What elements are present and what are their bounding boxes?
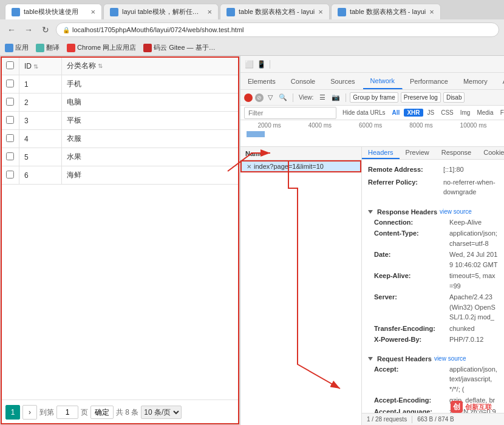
tab-console[interactable]: Console: [284, 73, 323, 89]
tab-elements[interactable]: Elements: [240, 73, 284, 89]
tab-memory[interactable]: Memory: [456, 73, 495, 89]
preserve-log-button[interactable]: Preserve log: [401, 92, 441, 103]
group-by-frame-button[interactable]: Group by frame: [350, 92, 398, 103]
data-table: ID ⇅ 分类名称 ⇅ 1 手机 2 电脑: [1, 56, 239, 185]
record-button[interactable]: [244, 93, 253, 102]
response-header-row: Transfer-Encoding:chunked: [368, 323, 498, 335]
filter-js-button[interactable]: JS: [425, 108, 437, 117]
back-button[interactable]: ←: [5, 23, 18, 36]
row-checkbox-cell[interactable]: [1, 75, 19, 93]
tab-close-3[interactable]: ×: [318, 7, 323, 16]
row-checkbox-cell[interactable]: [1, 112, 19, 130]
row-checkbox[interactable]: [6, 80, 14, 87]
goto-page-input[interactable]: [56, 406, 78, 419]
bookmark-chrome-store[interactable]: Chrome 网上应用店: [67, 43, 136, 52]
tab-close-4[interactable]: ×: [429, 7, 434, 16]
toolbar-sep2: [293, 93, 293, 102]
network-split: Name ✕ index?page=1&limit=10 Headers Pre…: [240, 147, 504, 425]
table-row: 6 海鲜: [1, 166, 239, 185]
forward-button[interactable]: →: [22, 23, 35, 36]
filter-icon[interactable]: ▽: [266, 93, 274, 101]
filter-img-button[interactable]: Img: [458, 108, 473, 117]
timeline-bar-area: [240, 129, 504, 143]
bookmark-translate-label: 翻译: [46, 43, 60, 52]
search-icon[interactable]: 🔍: [277, 93, 289, 101]
tab-application[interactable]: Ap: [495, 73, 504, 89]
row-name-cell: 平板: [62, 112, 239, 130]
network-item-name: index?page=1&limit=10: [254, 163, 324, 170]
tab-2[interactable]: layui table模块，解析任意数据… ×: [103, 4, 219, 19]
tab-network[interactable]: Network: [363, 73, 403, 89]
referrer-policy-val: no-referrer-when-downgrade: [443, 177, 498, 197]
tab-close-1[interactable]: ×: [90, 7, 95, 16]
tab-label-1: table模块快速使用: [24, 7, 87, 16]
filter-xhr-button[interactable]: XHR: [404, 109, 423, 117]
network-item-selected[interactable]: ✕ index?page=1&limit=10: [240, 160, 361, 172]
row-checkbox[interactable]: [6, 171, 14, 178]
next-page-button[interactable]: ›: [22, 405, 37, 420]
table-row: 1 手机: [1, 75, 239, 93]
url-text: localhost/1705phpAMouth6/layui/0724/web/…: [72, 26, 244, 33]
filter-input[interactable]: [244, 107, 336, 119]
tab-4[interactable]: table 数据表格文档 - layui ×: [331, 4, 441, 19]
resp-header-key: Date:: [374, 250, 447, 270]
translate-icon: [36, 44, 44, 52]
filter-font-button[interactable]: Font: [498, 108, 504, 117]
detail-tab-headers[interactable]: Headers: [362, 147, 400, 159]
devtools-toolbar: ⬜ 📱: [240, 56, 504, 73]
per-page-select[interactable]: 10 条/页: [141, 406, 182, 419]
row-checkbox-cell[interactable]: [1, 166, 19, 185]
row-checkbox-cell[interactable]: [1, 93, 19, 112]
list-view-icon[interactable]: ☰: [318, 93, 327, 101]
refresh-button[interactable]: ↻: [39, 23, 52, 36]
request-view-source[interactable]: view source: [434, 355, 466, 362]
row-checkbox[interactable]: [6, 98, 14, 106]
detail-tab-cookies[interactable]: Cookies: [477, 147, 504, 159]
filter-media-button[interactable]: Media: [474, 108, 495, 117]
tab-sources[interactable]: Sources: [323, 73, 363, 89]
clear-button[interactable]: ⊘: [255, 93, 264, 102]
filter-all-button[interactable]: All: [390, 108, 403, 117]
content-area: ID ⇅ 分类名称 ⇅ 1 手机 2 电脑: [0, 56, 504, 425]
tab-1[interactable]: table模块快速使用 ×: [5, 4, 102, 19]
row-checkbox[interactable]: [6, 116, 14, 124]
chrome-store-icon: [67, 44, 75, 52]
response-headers-label: Response Headers: [377, 208, 437, 216]
tab-favicon-4: [338, 8, 346, 16]
bookmark-apps[interactable]: 应用: [5, 43, 29, 52]
tab-performance[interactable]: Performance: [403, 73, 456, 89]
row-checkbox[interactable]: [6, 152, 14, 160]
id-column-header[interactable]: ID ⇅: [19, 57, 62, 75]
watermark-icon: 创: [451, 401, 463, 413]
view-icon[interactable]: View:: [297, 94, 315, 101]
row-checkbox-cell[interactable]: [1, 130, 19, 148]
hide-data-urls-button[interactable]: Hide data URLs: [340, 108, 388, 117]
goto-confirm-button[interactable]: 确定: [90, 406, 114, 419]
detail-tab-response[interactable]: Response: [435, 147, 478, 159]
device-icon[interactable]: 📱: [256, 59, 266, 69]
tab-3[interactable]: table 数据表格文档 - layui ×: [220, 4, 330, 19]
row-checkbox[interactable]: [6, 134, 14, 142]
url-bar[interactable]: 🔒 localhost/1705phpAMouth6/layui/0724/we…: [56, 22, 499, 37]
table-row: 2 电脑: [1, 93, 239, 112]
tab-favicon-2: [110, 8, 118, 16]
screenshot-icon[interactable]: 📷: [330, 93, 342, 101]
filter-css-button[interactable]: CSS: [438, 108, 456, 117]
tab-close-2[interactable]: ×: [207, 7, 212, 16]
bookmark-translate[interactable]: 翻译: [36, 43, 60, 52]
detail-tab-preview[interactable]: Preview: [400, 147, 435, 159]
response-header-row: Keep-Alive:timeout=5, max=99: [368, 270, 498, 291]
select-all-header[interactable]: [1, 57, 19, 75]
bookmark-gitee[interactable]: 码云 Gitee — 基于…: [143, 43, 215, 52]
status-bar: 1 / 28 requests 663 B / 874 B: [362, 413, 504, 425]
row-checkbox-cell[interactable]: [1, 148, 19, 166]
table-row: 3 平板: [1, 112, 239, 130]
inspect-icon[interactable]: ⬜: [244, 59, 254, 69]
resp-header-val: Apache/2.4.23 (Win32) OpenSSL/1.0.2j mod…: [449, 292, 498, 322]
page-1-button[interactable]: 1: [5, 405, 20, 420]
select-all-checkbox[interactable]: [6, 61, 14, 69]
total-count: 共 8 条: [116, 407, 138, 418]
disable-cache-button[interactable]: Disab: [443, 92, 465, 103]
response-view-source[interactable]: view source: [440, 208, 472, 215]
name-column-header[interactable]: 分类名称 ⇅: [62, 57, 239, 75]
